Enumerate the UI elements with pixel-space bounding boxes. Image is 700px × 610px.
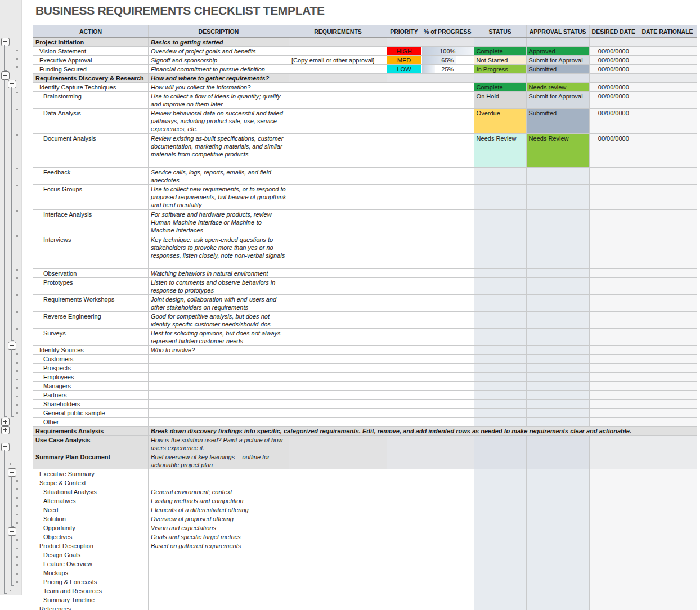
desired-date-cell[interactable] bbox=[589, 409, 638, 418]
priority-cell[interactable] bbox=[387, 523, 421, 532]
priority-cell[interactable] bbox=[387, 452, 421, 469]
date-rationale-cell[interactable] bbox=[638, 577, 697, 586]
requirements-cell[interactable] bbox=[289, 541, 387, 550]
priority-cell[interactable]: HIGH bbox=[387, 47, 421, 56]
status-cell[interactable] bbox=[474, 532, 526, 541]
date-rationale-cell[interactable] bbox=[638, 47, 697, 56]
progress-cell[interactable] bbox=[421, 550, 474, 559]
approval-status-cell[interactable] bbox=[526, 418, 589, 427]
approval-status-cell[interactable] bbox=[526, 532, 589, 541]
progress-cell[interactable] bbox=[421, 532, 474, 541]
progress-cell[interactable] bbox=[421, 382, 474, 391]
priority-cell[interactable] bbox=[387, 278, 421, 295]
progress-cell[interactable] bbox=[421, 559, 474, 568]
progress-cell[interactable] bbox=[421, 577, 474, 586]
description-cell[interactable]: Existing methods and competition bbox=[149, 496, 289, 505]
progress-cell[interactable] bbox=[421, 514, 474, 523]
action-cell[interactable]: Requirements Workshops bbox=[33, 295, 149, 312]
action-cell[interactable]: Identify Capture Techniques bbox=[33, 83, 149, 92]
status-cell[interactable] bbox=[474, 312, 526, 329]
action-cell[interactable]: Focus Groups bbox=[33, 185, 149, 210]
date-rationale-cell[interactable] bbox=[638, 452, 697, 469]
requirements-cell[interactable] bbox=[289, 364, 387, 373]
description-cell[interactable] bbox=[149, 586, 289, 595]
priority-cell[interactable] bbox=[387, 541, 421, 550]
approval-status-cell[interactable] bbox=[526, 295, 589, 312]
description-cell[interactable]: How and where to gather requirements? bbox=[149, 74, 289, 83]
action-cell[interactable]: Document Analysis bbox=[33, 134, 149, 168]
action-cell[interactable]: Interviews bbox=[33, 235, 149, 269]
desired-date-cell[interactable] bbox=[589, 586, 638, 595]
priority-cell[interactable] bbox=[387, 577, 421, 586]
priority-cell[interactable] bbox=[387, 496, 421, 505]
priority-cell[interactable] bbox=[387, 83, 421, 92]
desired-date-cell[interactable]: 00/00/0000 bbox=[589, 83, 638, 92]
priority-cell[interactable] bbox=[387, 168, 421, 185]
approval-status-cell[interactable] bbox=[526, 568, 589, 577]
column-header-priority[interactable]: PRIORITY bbox=[387, 25, 421, 38]
description-cell[interactable]: How will you collect the information? bbox=[149, 83, 289, 92]
description-cell[interactable] bbox=[149, 577, 289, 586]
status-cell[interactable] bbox=[474, 568, 526, 577]
requirements-cell[interactable] bbox=[289, 109, 387, 134]
desired-date-cell[interactable] bbox=[589, 74, 638, 83]
description-cell[interactable]: Based on gathered requirements bbox=[149, 541, 289, 550]
desired-date-cell[interactable] bbox=[589, 38, 638, 47]
progress-cell[interactable] bbox=[421, 235, 474, 269]
date-rationale-cell[interactable] bbox=[638, 550, 697, 559]
requirements-cell[interactable] bbox=[289, 487, 387, 496]
desired-date-cell[interactable] bbox=[589, 577, 638, 586]
action-cell[interactable]: Vision Statement bbox=[33, 47, 149, 56]
status-cell[interactable] bbox=[474, 364, 526, 373]
requirements-cell[interactable] bbox=[289, 382, 387, 391]
status-cell[interactable] bbox=[474, 373, 526, 382]
priority-cell[interactable] bbox=[387, 505, 421, 514]
approval-status-cell[interactable]: Submit for Approval bbox=[526, 56, 589, 65]
date-rationale-cell[interactable] bbox=[638, 514, 697, 523]
date-rationale-cell[interactable] bbox=[638, 382, 697, 391]
progress-cell[interactable] bbox=[421, 568, 474, 577]
date-rationale-cell[interactable] bbox=[638, 586, 697, 595]
desired-date-cell[interactable] bbox=[589, 532, 638, 541]
status-cell[interactable] bbox=[474, 210, 526, 235]
action-cell[interactable]: Requirements Discovery & Research bbox=[33, 74, 149, 83]
progress-cell[interactable] bbox=[421, 452, 474, 469]
approval-status-cell[interactable] bbox=[526, 312, 589, 329]
date-rationale-cell[interactable] bbox=[638, 295, 697, 312]
description-cell[interactable] bbox=[149, 391, 289, 400]
priority-cell[interactable] bbox=[387, 74, 421, 83]
status-cell[interactable]: Not Started bbox=[474, 56, 526, 65]
status-cell[interactable] bbox=[474, 452, 526, 469]
action-cell[interactable]: Requirements Analysis bbox=[33, 427, 149, 436]
action-cell[interactable]: Interface Analysis bbox=[33, 210, 149, 235]
status-cell[interactable] bbox=[474, 523, 526, 532]
desired-date-cell[interactable] bbox=[589, 568, 638, 577]
date-rationale-cell[interactable] bbox=[638, 168, 697, 185]
desired-date-cell[interactable] bbox=[589, 346, 638, 355]
requirements-cell[interactable] bbox=[289, 595, 387, 604]
description-cell[interactable]: Watching behaviors in natural environmen… bbox=[149, 269, 289, 278]
priority-cell[interactable] bbox=[387, 478, 421, 487]
approval-status-cell[interactable] bbox=[526, 523, 589, 532]
description-cell[interactable] bbox=[149, 409, 289, 418]
action-cell[interactable]: Use Case Analysis bbox=[33, 436, 149, 452]
date-rationale-cell[interactable] bbox=[638, 134, 697, 168]
requirements-cell[interactable] bbox=[289, 604, 387, 610]
date-rationale-cell[interactable] bbox=[638, 65, 697, 74]
requirements-cell[interactable] bbox=[289, 92, 387, 109]
priority-cell[interactable] bbox=[387, 134, 421, 168]
action-cell[interactable]: Partners bbox=[33, 391, 149, 400]
desired-date-cell[interactable] bbox=[589, 210, 638, 235]
requirements-cell[interactable] bbox=[289, 65, 387, 74]
column-header-action[interactable]: ACTION bbox=[33, 25, 149, 38]
approval-status-cell[interactable] bbox=[526, 329, 589, 346]
progress-cell[interactable] bbox=[421, 391, 474, 400]
priority-cell[interactable] bbox=[387, 109, 421, 134]
requirements-cell[interactable] bbox=[289, 496, 387, 505]
description-cell[interactable]: Use to collect a flow of ideas in quanti… bbox=[149, 92, 289, 109]
action-cell[interactable]: Opportunity bbox=[33, 523, 149, 532]
date-rationale-cell[interactable] bbox=[638, 400, 697, 409]
date-rationale-cell[interactable] bbox=[638, 56, 697, 65]
priority-cell[interactable] bbox=[387, 436, 421, 452]
description-cell[interactable]: Financial commitment to pursue definitio… bbox=[149, 65, 289, 74]
